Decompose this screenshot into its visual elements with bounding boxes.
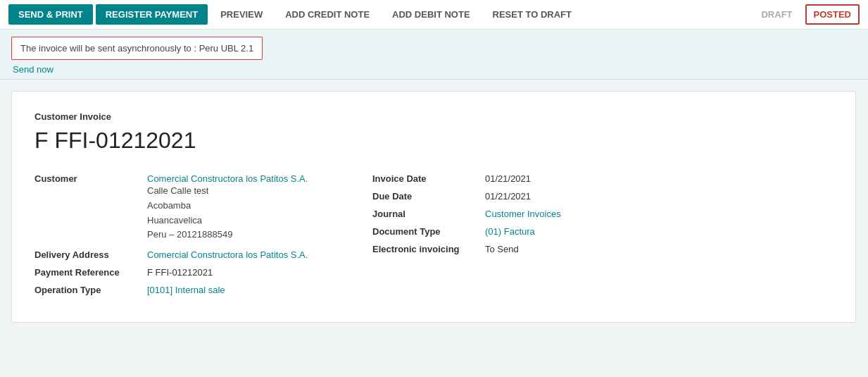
operation-type-value[interactable]: [0101] Internal sale [147,285,225,295]
payment-reference-label: Payment Reference [34,267,147,278]
payment-reference-value: F FFI-01212021 [147,267,213,278]
invoice-type: Customer Invoice [34,111,833,122]
invoice-date-label: Invoice Date [372,173,485,184]
customer-name[interactable]: Comercial Constructora los Patitos S.A. [147,173,308,184]
due-date-value: 01/21/2021 [485,191,531,202]
send-print-button[interactable]: SEND & PRINT [8,4,93,25]
document-type-value[interactable]: (01) Factura [485,226,535,237]
add-debit-note-button[interactable]: ADD DEBIT NOTE [382,4,480,25]
right-section: Invoice Date 01/21/2021 Due Date 01/21/2… [372,173,626,302]
info-banner: The invoice will be sent asynchronously … [0,30,868,80]
draft-status: DRAFT [754,6,799,23]
add-credit-note-button[interactable]: ADD CREDIT NOTE [275,4,379,25]
info-message: The invoice will be sent asynchronously … [11,37,263,60]
due-date-label: Due Date [372,191,485,202]
journal-label: Journal [372,209,485,219]
main-content: Customer Invoice F FFI-01212021 Customer… [0,80,868,334]
invoice-date-value: 01/21/2021 [485,173,531,184]
operation-type-label: Operation Type [34,285,147,295]
customer-value: Comercial Constructora los Patitos S.A. … [147,173,308,242]
operation-type-row: Operation Type [0101] Internal sale [34,285,316,295]
left-section: Customer Comercial Constructora los Pati… [34,173,316,302]
invoice-card: Customer Invoice F FFI-01212021 Customer… [11,91,856,323]
payment-reference-row: Payment Reference F FFI-01212021 [34,267,316,278]
document-type-row: Document Type (01) Factura [372,226,626,237]
address-line3: Huancavelica [147,214,308,228]
customer-row: Customer Comercial Constructora los Pati… [34,173,316,242]
delivery-address-row: Delivery Address Comercial Constructora … [34,249,316,260]
register-payment-button[interactable]: REGISTER PAYMENT [96,4,208,25]
status-area: DRAFT POSTED [754,4,860,25]
delivery-address-value[interactable]: Comercial Constructora los Patitos S.A. [147,249,308,260]
invoice-details: Customer Comercial Constructora los Pati… [34,173,833,302]
delivery-address-label: Delivery Address [34,249,147,260]
posted-status: POSTED [805,4,860,25]
address-line4: Peru – 20121888549 [147,228,308,242]
send-now-link[interactable]: Send now [13,64,54,75]
preview-button[interactable]: PREVIEW [210,4,272,25]
customer-label: Customer [34,173,147,184]
address-line2: Acobamba [147,199,308,214]
invoice-date-row: Invoice Date 01/21/2021 [372,173,626,184]
document-type-label: Document Type [372,226,485,237]
address-line1: Calle Calle test [147,184,308,199]
electronic-invoicing-label: Electronic invoicing [372,244,485,254]
journal-row: Journal Customer Invoices [372,209,626,219]
electronic-invoicing-value: To Send [485,244,519,254]
reset-to-draft-button[interactable]: RESET TO DRAFT [483,4,581,25]
due-date-row: Due Date 01/21/2021 [372,191,626,202]
toolbar: SEND & PRINT REGISTER PAYMENT PREVIEW AD… [0,0,868,30]
electronic-invoicing-row: Electronic invoicing To Send [372,244,626,254]
journal-value[interactable]: Customer Invoices [485,209,561,219]
invoice-number: F FFI-01212021 [34,128,833,154]
